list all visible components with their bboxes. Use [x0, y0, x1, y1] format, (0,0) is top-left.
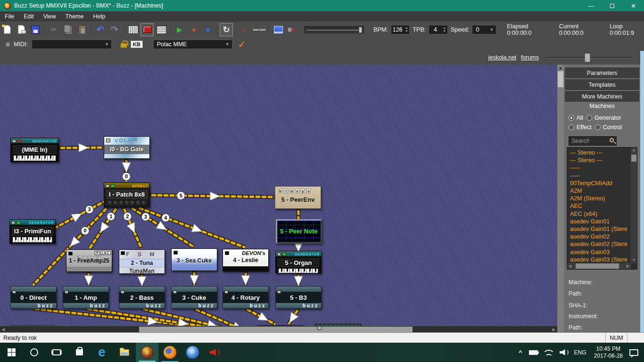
machine-3-cuke[interactable]: 3 - Cukebuzz	[171, 286, 217, 309]
canvas-horizontal-scrollbar[interactable]: ◀ ▶	[0, 326, 557, 332]
templates-button[interactable]: Templates	[565, 79, 639, 90]
midi-keys-icon[interactable]: ♬	[239, 24, 251, 36]
audio-app-button[interactable]	[204, 343, 226, 362]
scroll-right-icon[interactable]: ▶	[625, 263, 631, 269]
save-icon[interactable]	[29, 24, 41, 36]
machine-list-vscrollbar[interactable]: ▲ ▼	[631, 148, 637, 263]
play-icon[interactable]: ▶	[173, 24, 186, 36]
machine-list-item[interactable]: asedev Gain03	[570, 248, 630, 256]
audio-driver-dropdown[interactable]: Polac MME ▼	[153, 40, 232, 49]
firefox-button[interactable]	[158, 343, 181, 362]
stop-icon[interactable]: ■	[202, 24, 214, 36]
search-input[interactable]: Search	[569, 136, 617, 146]
parameters-button[interactable]: Parameters	[565, 67, 639, 78]
pattern-editor-icon[interactable]	[127, 24, 139, 36]
search-icon[interactable]	[610, 138, 614, 142]
apply-check-icon[interactable]: ✓	[238, 39, 246, 50]
midi-device-dropdown[interactable]: ▼	[32, 40, 112, 49]
thunderbird-button[interactable]	[181, 343, 204, 362]
maximize-button[interactable]	[602, 0, 623, 11]
machine-list-hscrollbar[interactable]: ◀ ▶	[567, 263, 631, 269]
forums-link[interactable]: forums	[521, 54, 539, 61]
machine-mme-in[interactable]: GENERATOR(MME In)	[10, 138, 59, 162]
machine-5-peer-note[interactable]: 5 - Peer Note	[276, 219, 322, 244]
battery-icon[interactable]	[529, 350, 538, 355]
speed-dropdown[interactable]: 0 ▼	[472, 25, 496, 34]
menu-help[interactable]: Help	[88, 11, 110, 21]
scroll-left-icon[interactable]: ◀	[567, 263, 573, 269]
machine-list-item[interactable]: asedev Gain02	[570, 233, 630, 240]
jeskola-net-link[interactable]: jeskola.net	[488, 54, 517, 61]
machine-view-canvas[interactable]: 05301234 GENERATOR(MME In)VOLUMI0 - BG G…	[0, 65, 557, 332]
store-button[interactable]	[68, 343, 91, 362]
task-view-button[interactable]	[45, 343, 68, 362]
paste-icon[interactable]	[76, 24, 88, 36]
machine-1-freeamp25[interactable]: POLACVST1 - FreeAmp25	[66, 249, 112, 272]
mute-icon[interactable]: ×	[286, 24, 298, 36]
start-button[interactable]	[0, 343, 23, 362]
mlist-hscroll-thumb[interactable]	[576, 263, 619, 269]
new-file-icon[interactable]	[1, 24, 13, 36]
machine-5-peerenv[interactable]: btdsys5 - PeerEnv	[275, 186, 321, 209]
machine-list-item[interactable]: AEC	[570, 202, 630, 210]
scroll-down-icon[interactable]: ▼	[631, 257, 637, 263]
canvas-hscroll-thumb[interactable]	[139, 327, 413, 332]
record-icon[interactable]: ●	[188, 24, 200, 36]
file-explorer-button[interactable]	[113, 343, 136, 362]
cut-icon[interactable]: ✂	[48, 24, 60, 36]
canvas-vscroll-thumb[interactable]	[558, 71, 563, 87]
scroll-up-icon[interactable]: ▲	[631, 148, 637, 153]
menu-view[interactable]: View	[39, 11, 61, 21]
machine-list-item[interactable]: --- Stereo ---	[570, 156, 630, 164]
machine-i3-primifun[interactable]: GENERATORI3 - PrimiFun	[9, 219, 56, 244]
machine-list[interactable]: --- Stereo ------ Stereo -------------00…	[567, 147, 637, 270]
blah-icon[interactable]: blah blah	[253, 24, 266, 36]
loop-icon[interactable]: ↻	[220, 24, 232, 36]
slider-thumb[interactable]	[359, 27, 362, 33]
machine-4-leslie[interactable]: DEVON's4 - Leslie	[223, 249, 269, 272]
canvas-zoom-slider[interactable]	[546, 57, 632, 58]
machine-5-organ[interactable]: GENERATOR5 - Organ	[275, 251, 322, 273]
machine-list-item[interactable]: asedev Gain02 (Stere	[570, 240, 630, 248]
tpb-spin-arrows[interactable]: ▲▼	[442, 26, 447, 33]
canvas-vertical-scrollbar[interactable]: ▲	[557, 65, 564, 332]
cortana-button[interactable]	[23, 343, 45, 362]
minimize-button[interactable]: —	[580, 0, 602, 11]
mlist-vscroll-thumb[interactable]	[631, 155, 636, 162]
machine-4-rotary[interactable]: 4 - Rotarybuzz	[223, 286, 269, 309]
machine-list-item[interactable]: AEC (x64)	[570, 210, 630, 218]
close-button[interactable]: ✕	[623, 0, 644, 11]
copy-icon[interactable]	[62, 24, 74, 36]
bpm-spinner[interactable]: 126 ▲▼	[391, 25, 410, 34]
kb-button[interactable]: KB	[131, 41, 143, 48]
filter-radio-generator[interactable]: Generator	[586, 115, 621, 121]
machine-1-amp[interactable]: 1 - Ampbuzz	[63, 286, 109, 309]
scroll-right-icon[interactable]: ▶	[551, 326, 557, 333]
machine-2-bass[interactable]: 2 - Bassbuzz	[119, 286, 165, 309]
machine-list-item[interactable]: asedev Gain01	[570, 218, 630, 225]
machine-list-item[interactable]: A2M (Stereo)	[570, 195, 630, 202]
machine-5-b3[interactable]: 5 - B3buzz	[275, 286, 322, 309]
menu-theme[interactable]: Theme	[61, 11, 89, 21]
bpm-spin-arrows[interactable]: ▲▼	[404, 26, 409, 33]
zoom-slider-thumb[interactable]	[585, 53, 590, 62]
tpb-value[interactable]: 4	[429, 26, 442, 33]
undo-icon[interactable]: ↶	[94, 24, 107, 36]
machine-list-item[interactable]: A2M	[570, 187, 630, 195]
buzz-taskbar-button[interactable]: b	[136, 343, 158, 362]
filter-radio-effect[interactable]: Effect	[569, 124, 592, 131]
bpm-value[interactable]: 126	[391, 26, 404, 33]
action-center-icon[interactable]	[629, 349, 638, 356]
master-volume-slider[interactable]	[304, 26, 364, 33]
tpb-spinner[interactable]: 4 ▲▼	[429, 25, 448, 34]
machine-list-item[interactable]: -----	[570, 164, 630, 172]
machine-list-item[interactable]: asedev Gain01 (Stere	[570, 225, 630, 233]
lock-icon[interactable]	[120, 41, 127, 48]
scroll-up-icon[interactable]: ▲	[557, 65, 564, 71]
filter-radio-all[interactable]: All	[569, 115, 583, 121]
machine-3-sea-cuke[interactable]: 3 - Sea Cuke	[171, 248, 217, 271]
tray-overflow-chevron-icon[interactable]: ^	[519, 349, 522, 356]
redo-icon[interactable]: ↷	[108, 24, 121, 36]
machine-view-icon[interactable]	[141, 24, 153, 36]
sequence-editor-icon[interactable]	[155, 24, 167, 36]
